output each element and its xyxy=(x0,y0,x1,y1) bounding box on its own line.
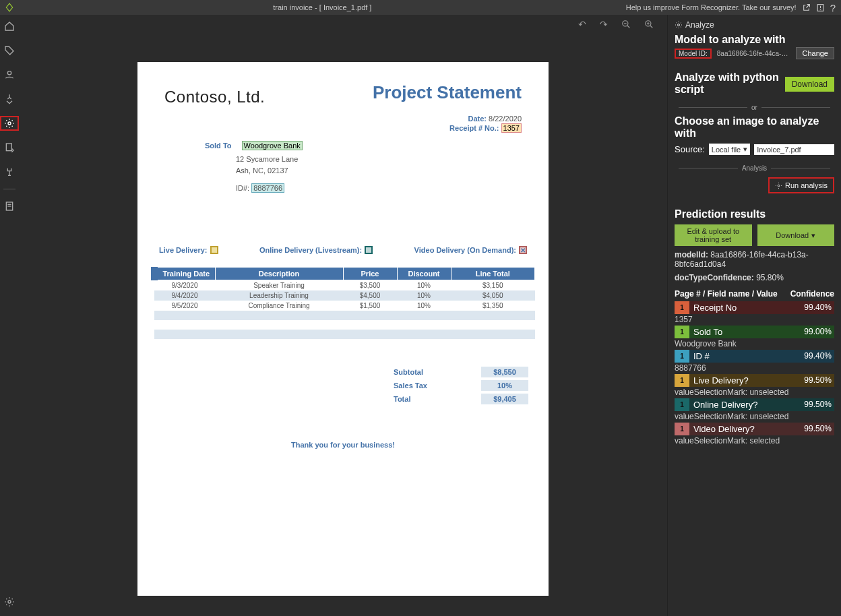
app-logo xyxy=(0,3,19,12)
train-icon[interactable] xyxy=(0,92,19,106)
confidence: 99.40% xyxy=(795,350,834,363)
doctype-value: 95.80% xyxy=(756,273,784,282)
field-name: Online Delivery? xyxy=(689,398,795,411)
svg-point-2 xyxy=(820,9,821,9)
th-disc: Discount xyxy=(397,268,451,280)
document-viewer: ↶ ↷ Contoso, Ltd. Project Statement Date… xyxy=(19,15,667,616)
invoice-table: Training Date Description Price Discount… xyxy=(151,267,535,348)
statement-title: Project Statement xyxy=(373,82,522,103)
receipt-label: Receipt # No.: xyxy=(449,124,499,132)
table-row: 9/4/2020Leadership Training$4,50010%$4,0… xyxy=(154,290,535,301)
field-value: valueSelectionMark: unselected xyxy=(675,388,834,397)
page-badge: 1 xyxy=(675,301,689,314)
soldto-name: Woodgrove Bank xyxy=(242,141,303,150)
source-select-value: Local file xyxy=(712,146,741,154)
chevron-down-icon: ▾ xyxy=(743,145,747,154)
tax-label: Sales Tax xyxy=(394,381,427,390)
online-delivery-checkbox xyxy=(365,246,373,254)
sidebar xyxy=(0,15,19,616)
field-value: 8887766 xyxy=(675,363,834,373)
subtotal-value: $8,550 xyxy=(481,367,528,377)
result-row[interactable]: 1 Live Delivery? 99.50% xyxy=(675,374,834,387)
total-value: $9,405 xyxy=(481,394,528,404)
choose-title: Choose an image to analyze with xyxy=(675,115,834,140)
field-name: Receipt No xyxy=(689,301,795,314)
share-icon[interactable] xyxy=(802,3,811,12)
field-value: Woodgrove Bank xyxy=(675,339,834,348)
results-header-left: Page # / Field name / Value xyxy=(675,289,778,299)
field-name: Sold To xyxy=(689,326,795,338)
survey-link[interactable]: Help us improve Form Recognizer. Take ou… xyxy=(626,3,797,11)
page-export-icon[interactable] xyxy=(0,140,19,155)
doctype-label: docTypeConfidence: xyxy=(675,273,754,282)
svg-rect-5 xyxy=(6,144,11,151)
download-script-button[interactable]: Download xyxy=(785,77,834,92)
field-name: ID # xyxy=(689,350,795,363)
tag-icon[interactable] xyxy=(0,43,19,58)
connector-icon[interactable] xyxy=(0,164,19,179)
help-icon[interactable]: ? xyxy=(830,2,836,13)
confidence: 99.40% xyxy=(795,301,834,314)
model-id-value: 8aa16866-16fe-44ca-b13a-8bfc6a... xyxy=(717,50,791,57)
settings-icon[interactable] xyxy=(0,594,19,609)
source-label: Source: xyxy=(675,144,705,154)
online-delivery-label: Online Delivery (Livestream): xyxy=(259,246,362,254)
chevron-down-icon: ▾ xyxy=(811,231,815,240)
th-desc: Description xyxy=(215,268,343,280)
confidence: 99.50% xyxy=(795,398,834,411)
tax-value: 10% xyxy=(481,380,528,391)
source-select[interactable]: Local file ▾ xyxy=(709,144,750,155)
result-row[interactable]: 1 Sold To 99.00% xyxy=(675,326,834,338)
date-label: Date: xyxy=(468,115,487,123)
video-delivery-label: Video Delivery (On Demand): xyxy=(414,246,516,254)
analyze-heading: Analyze xyxy=(685,20,714,30)
svg-point-18 xyxy=(778,185,780,187)
source-file-input[interactable]: Invoice_7.pdf xyxy=(754,144,834,155)
result-row[interactable]: 1 ID # 99.40% xyxy=(675,350,834,363)
th-date: Training Date xyxy=(154,268,215,280)
results-header-right: Confidence xyxy=(790,289,834,299)
modelid-label: modelId: xyxy=(675,250,708,259)
document-title: train invoice - [ Invoice_1.pdf ] xyxy=(19,3,626,11)
confidence: 99.00% xyxy=(795,326,834,338)
live-delivery-checkbox xyxy=(210,246,218,254)
undo-icon[interactable]: ↶ xyxy=(578,19,586,30)
svg-point-3 xyxy=(7,71,11,75)
run-analysis-button[interactable]: Run analysis xyxy=(768,177,834,193)
gear-icon xyxy=(675,21,683,29)
result-row[interactable]: 1 Online Delivery? 99.50% xyxy=(675,398,834,411)
analysis-divider: Analysis xyxy=(742,164,767,172)
script-title: Analyze with python script xyxy=(675,71,785,96)
or-divider: or xyxy=(751,104,757,111)
change-button[interactable]: Change xyxy=(796,47,834,59)
page-badge: 1 xyxy=(675,398,689,411)
download-results-button[interactable]: Download▾ xyxy=(757,224,835,246)
layers-icon[interactable] xyxy=(0,67,19,82)
addr-line1: 12 Sycamore Lane xyxy=(236,154,380,165)
thanks-text: Thank you for your business! xyxy=(137,441,549,449)
zoom-in-icon[interactable] xyxy=(644,20,654,29)
field-value: valueSelectionMark: unselected xyxy=(675,412,834,421)
home-icon[interactable] xyxy=(0,19,19,34)
help-outline-icon[interactable] xyxy=(816,3,825,12)
document-icon[interactable] xyxy=(0,199,19,214)
company-name: Contoso, Ltd. xyxy=(164,88,265,106)
analyze-icon[interactable] xyxy=(0,116,19,131)
svg-line-11 xyxy=(627,26,630,28)
confidence: 99.50% xyxy=(795,423,834,435)
result-row[interactable]: 1 Receipt No 99.40% xyxy=(675,301,834,314)
invoice-page: Contoso, Ltd. Project Statement Date: 8/… xyxy=(137,62,549,596)
field-name: Live Delivery? xyxy=(689,374,795,387)
table-row xyxy=(154,311,535,320)
result-row[interactable]: 1 Video Delivery? 99.50% xyxy=(675,423,834,435)
model-id-label: Model ID: xyxy=(675,49,712,59)
date-value: 8/22/2020 xyxy=(489,115,522,123)
redo-icon[interactable]: ↷ xyxy=(600,19,608,30)
edit-upload-button[interactable]: Edit & upload to training set xyxy=(675,224,752,246)
divider xyxy=(3,189,15,189)
zoom-out-icon[interactable] xyxy=(621,20,631,29)
page-badge: 1 xyxy=(675,350,689,363)
svg-point-9 xyxy=(8,600,11,603)
prediction-title: Prediction results xyxy=(675,208,834,220)
analyze-panel: Analyze Model to analyze with Model ID: … xyxy=(667,15,841,616)
